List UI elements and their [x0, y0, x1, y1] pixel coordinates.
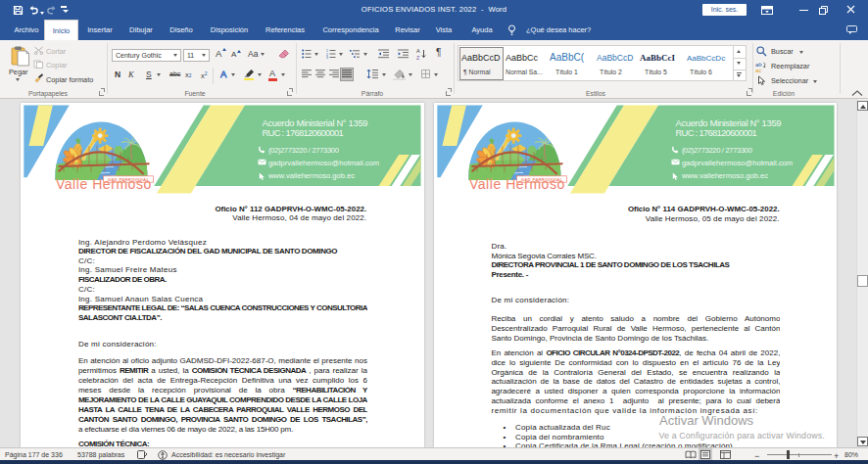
svg-text:Z: Z	[416, 55, 420, 61]
svg-text:A: A	[416, 48, 420, 54]
svg-text:3: 3	[326, 56, 328, 59]
svg-text:ac: ac	[755, 68, 761, 73]
